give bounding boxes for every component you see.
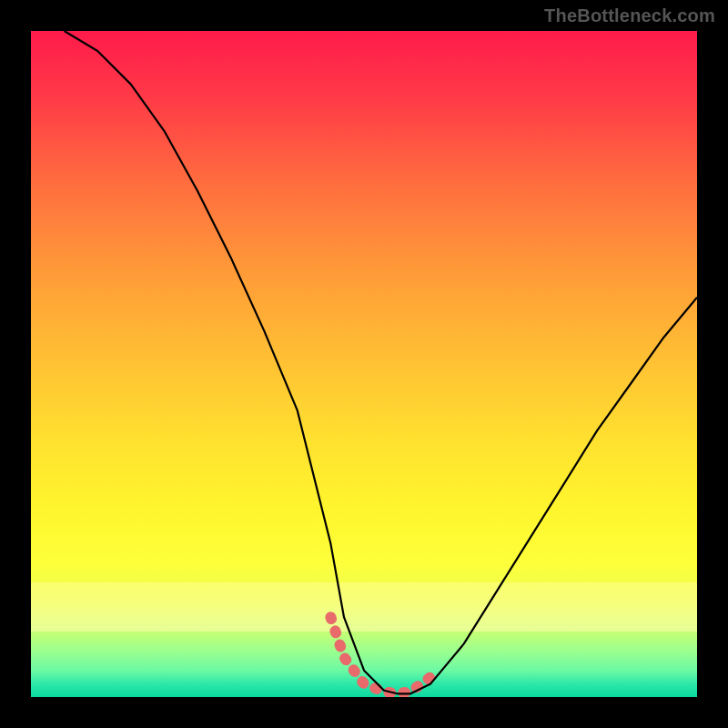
plot-area: [31, 31, 697, 697]
curve-svg: [31, 31, 697, 697]
bottleneck-curve: [65, 31, 697, 693]
chart-frame: { "watermark": "TheBottleneck.com", "col…: [0, 0, 728, 728]
watermark-text: TheBottleneck.com: [544, 5, 715, 26]
valley-highlight: [330, 617, 430, 693]
